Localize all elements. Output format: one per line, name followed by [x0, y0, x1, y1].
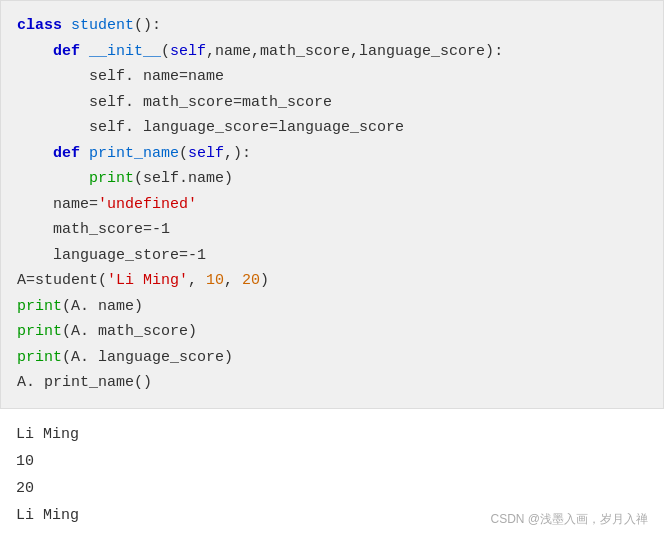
code-line-3: self. name=name	[17, 64, 647, 90]
code-line-2: def __init__(self,name,math_score,langua…	[17, 39, 647, 65]
code-line-12: print(A. name)	[17, 294, 647, 320]
output-line-2: 10	[16, 448, 648, 475]
code-line-10: language_store=-1	[17, 243, 647, 269]
output-block: Li Ming 10 20 Li Ming CSDN @浅墨入画，岁月入禅	[0, 409, 664, 539]
code-line-5: self. language_score=language_score	[17, 115, 647, 141]
code-line-6: def print_name(self,):	[17, 141, 647, 167]
code-line-13: print(A. math_score)	[17, 319, 647, 345]
code-line-15: A. print_name()	[17, 370, 647, 396]
output-line-3: 20	[16, 475, 648, 502]
code-line-14: print(A. language_score)	[17, 345, 647, 371]
code-line-11: A=student('Li Ming', 10, 20)	[17, 268, 647, 294]
code-line-7: print(self.name)	[17, 166, 647, 192]
output-line-1: Li Ming	[16, 421, 648, 448]
code-line-9: math_score=-1	[17, 217, 647, 243]
code-block: class student(): def __init__(self,name,…	[0, 0, 664, 409]
code-line-4: self. math_score=math_score	[17, 90, 647, 116]
code-line-1: class student():	[17, 13, 647, 39]
code-line-8: name='undefined'	[17, 192, 647, 218]
watermark: CSDN @浅墨入画，岁月入禅	[490, 509, 648, 531]
